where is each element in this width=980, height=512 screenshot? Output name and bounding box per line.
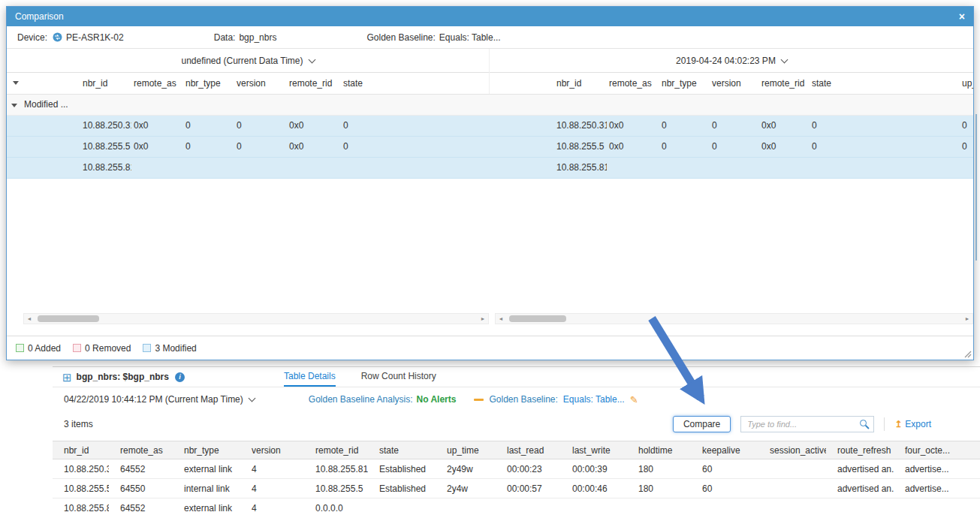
group-collapse-icon[interactable] bbox=[11, 104, 17, 107]
column-header[interactable]: last_write bbox=[561, 441, 627, 459]
edit-pencil-icon[interactable]: ✎ bbox=[630, 394, 638, 405]
controls-right: Compare ↥ Export bbox=[673, 416, 931, 432]
group-row-modified[interactable]: Modified ... bbox=[7, 94, 973, 115]
tab-row-count-history[interactable]: Row Count History bbox=[361, 367, 436, 387]
search-icon[interactable] bbox=[860, 420, 867, 426]
window-edge bbox=[975, 114, 977, 261]
table-cell bbox=[810, 157, 960, 178]
scroll-right-icon[interactable]: ► bbox=[962, 316, 972, 321]
dialog-titlebar[interactable]: Comparison × bbox=[7, 7, 973, 26]
search-input[interactable] bbox=[740, 416, 874, 432]
column-header[interactable]: keepalive bbox=[691, 441, 758, 459]
column-header[interactable]: nbr_type bbox=[173, 441, 240, 459]
table-row[interactable]: 10.88.250.310x0000x0010.88.250.310x0000x… bbox=[7, 115, 973, 136]
left-time-dropdown[interactable]: undefined (Current Data Time) bbox=[7, 49, 489, 73]
table-cell bbox=[496, 498, 561, 512]
column-header[interactable]: nbr_type bbox=[183, 73, 234, 94]
column-header[interactable] bbox=[22, 73, 80, 94]
column-header[interactable]: up_time bbox=[436, 441, 496, 459]
column-header[interactable]: four_octe... bbox=[894, 441, 980, 459]
tab-table-details[interactable]: Table Details bbox=[284, 367, 336, 387]
column-header[interactable]: remote_as bbox=[131, 73, 183, 94]
resize-grip[interactable] bbox=[963, 350, 972, 358]
table-cell: 0x0 bbox=[607, 136, 659, 157]
column-header[interactable]: nbr_id bbox=[554, 73, 607, 94]
close-icon[interactable]: × bbox=[959, 11, 965, 22]
table-cell bbox=[7, 115, 22, 136]
table-cell: 60 bbox=[691, 479, 758, 498]
scroll-left-icon[interactable]: ◄ bbox=[24, 316, 35, 321]
table-cell: 0 bbox=[710, 115, 759, 136]
collapse-all-icon[interactable] bbox=[13, 81, 19, 85]
scrollbar-track[interactable] bbox=[35, 314, 478, 324]
column-header[interactable]: remote_rid bbox=[304, 441, 368, 459]
table-cell: internal link bbox=[173, 479, 240, 498]
table-row[interactable]: 10.88.255.8110.88.255.81 bbox=[7, 157, 973, 178]
right-time-dropdown[interactable]: 2019-04-24 04:02:23 PM bbox=[489, 49, 973, 73]
table-row[interactable]: 10.88.255.50x0000x0010.88.255.50x0000x00… bbox=[7, 136, 973, 157]
column-header[interactable]: state bbox=[341, 73, 489, 94]
column-header[interactable]: remote_as bbox=[109, 441, 173, 459]
column-header[interactable]: remote_as bbox=[607, 73, 659, 94]
gb-analysis-value: No Alerts bbox=[417, 394, 457, 405]
left-pane-scrollbar[interactable]: ◄ ► bbox=[23, 313, 489, 324]
column-header[interactable]: remote_rid bbox=[287, 73, 341, 94]
table-row[interactable]: 10.88.255.564550internal link410.88.255.… bbox=[53, 479, 980, 498]
column-header[interactable]: state bbox=[810, 73, 960, 94]
table-cell bbox=[759, 157, 810, 178]
column-header[interactable]: last_read bbox=[496, 441, 561, 459]
table-cell: 0x0 bbox=[131, 115, 183, 136]
horizontal-scrollbars: ◄ ► ◄ ► bbox=[7, 313, 973, 325]
table-row[interactable]: 10.88.250.3164552external link410.88.255… bbox=[53, 459, 980, 479]
panel-controls-row: 3 items Compare ↥ Export bbox=[53, 411, 980, 437]
column-header[interactable] bbox=[489, 73, 554, 94]
compare-button[interactable]: Compare bbox=[673, 416, 731, 432]
gb-rule-link[interactable]: Equals: Table... bbox=[563, 394, 625, 405]
column-header[interactable]: holdtime bbox=[627, 441, 691, 459]
table-row[interactable]: 10.88.255.8164552external link40.0.0.0 bbox=[53, 498, 980, 512]
right-pane-scrollbar[interactable]: ◄ ► bbox=[495, 313, 973, 324]
scrollbar-track[interactable] bbox=[506, 314, 962, 324]
scrollbar-thumb[interactable] bbox=[38, 315, 99, 322]
scroll-right-icon[interactable]: ► bbox=[478, 316, 488, 321]
panel-title-row: ⊞ bgp_nbrs: $bgp_nbrs i Table Details Ro… bbox=[53, 367, 980, 387]
legend-removed: 0 Removed bbox=[73, 343, 131, 354]
table-cell bbox=[627, 498, 691, 512]
scroll-left-icon[interactable]: ◄ bbox=[496, 316, 506, 321]
export-button[interactable]: ↥ Export bbox=[894, 419, 931, 429]
table-cell bbox=[960, 157, 973, 178]
table-cell: 00:00:39 bbox=[561, 459, 627, 479]
column-header[interactable]: nbr_type bbox=[659, 73, 710, 94]
column-header[interactable]: version bbox=[240, 441, 304, 459]
legend-modified: 3 Modified bbox=[143, 343, 196, 354]
column-header[interactable]: nbr_id bbox=[80, 73, 131, 94]
table-cell bbox=[131, 157, 183, 178]
table-cell: 64552 bbox=[109, 459, 173, 479]
table-cell bbox=[7, 157, 22, 178]
table-details-panel: ⊞ bgp_nbrs: $bgp_nbrs i Table Details Ro… bbox=[53, 366, 980, 512]
table-cell: 10.88.250.31 bbox=[80, 115, 131, 136]
info-icon[interactable]: i bbox=[175, 372, 185, 382]
map-time-dropdown[interactable]: 04/22/2019 10:44:12 PM (Current Map Time… bbox=[64, 394, 255, 405]
column-header[interactable]: state bbox=[368, 441, 436, 459]
modified-swatch-icon bbox=[143, 344, 151, 352]
column-header[interactable]: remote_rid bbox=[759, 73, 810, 94]
table-cell: 0 bbox=[183, 136, 234, 157]
data-label: Data: bbox=[214, 32, 236, 43]
app-window: ⊞ bgp_nbrs: $bgp_nbrs i Table Details Ro… bbox=[0, 0, 980, 512]
column-header[interactable]: up_t... bbox=[960, 73, 973, 94]
added-swatch-icon bbox=[16, 344, 24, 352]
table-cell: Established bbox=[368, 459, 436, 479]
table-cell: 64552 bbox=[109, 498, 173, 512]
scrollbar-thumb[interactable] bbox=[509, 315, 566, 322]
column-header[interactable]: nbr_id bbox=[53, 441, 109, 459]
column-header[interactable]: version bbox=[710, 73, 759, 94]
golden-baseline: Golden Baseline: Equals: Table... ✎ bbox=[474, 394, 638, 405]
table-cell: 64550 bbox=[109, 479, 173, 498]
table-cell bbox=[894, 498, 980, 512]
table-cell: 10.88.250.31 bbox=[554, 115, 607, 136]
column-header[interactable]: version bbox=[234, 73, 287, 94]
column-header[interactable]: route_refresh bbox=[826, 441, 894, 459]
column-header[interactable]: session_active bbox=[758, 441, 826, 459]
chevron-down-icon bbox=[780, 56, 788, 64]
